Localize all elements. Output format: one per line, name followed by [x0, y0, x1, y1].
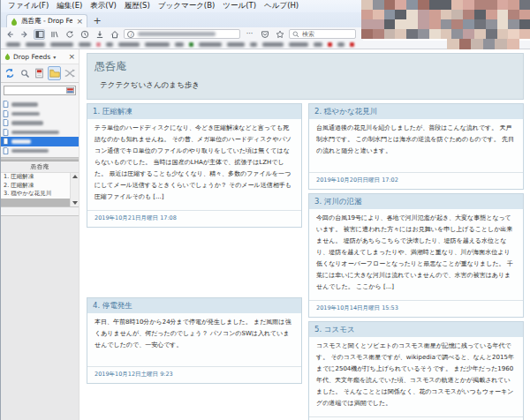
article-title[interactable]: 4. 停電発生 — [87, 298, 301, 313]
article-title[interactable]: 1. 圧縮解凍 — [87, 104, 301, 119]
drop-feeds-logo-droplet-icon — [4, 53, 11, 60]
menu-tools[interactable]: ツール(T) — [219, 0, 260, 12]
article-title[interactable]: 5. コスモス — [309, 322, 523, 337]
feed-doc-icon — [3, 101, 9, 108]
article-list[interactable]: 1. 圧縮解凍 2. 圧縮解凍 3. 穏やかな花見川 — [1, 173, 79, 207]
bookmark-item-redacted[interactable] — [262, 42, 284, 47]
library-button[interactable] — [49, 29, 60, 40]
page-actions-icon[interactable]: ··· — [244, 29, 255, 40]
article-title[interactable]: 2. 穏やかな花見川 — [309, 104, 523, 119]
menu-view[interactable]: 表示(V) — [87, 0, 119, 12]
article-body: 台風通過後の花見川を紹介しましたが、普段はこんな流れです。 天戸制水門です。 こ… — [309, 119, 523, 172]
feed-doc-icon — [3, 110, 9, 117]
scroll-down-icon[interactable] — [72, 201, 78, 205]
menu-help[interactable]: ヘルプ(H) — [261, 0, 302, 12]
bookmark-item-redacted[interactable] — [79, 42, 91, 47]
filter-icon — [66, 87, 74, 94]
pocket-icon[interactable] — [259, 29, 270, 40]
back-button[interactable] — [4, 29, 15, 40]
feed-tree-item-selected[interactable] — [1, 137, 79, 146]
cards-column-right: 2. 穏やかな花見川 台風通過後の花見川を紹介しましたが、普段はこんな流れです。… — [308, 103, 524, 420]
bookmark-item-redacted[interactable] — [199, 42, 222, 47]
url-bar[interactable]: i — [124, 29, 240, 39]
censored-mosaic-region — [361, 0, 530, 39]
drop-feeds-sidebar: Drop Feeds ▾ × — [1, 49, 80, 420]
home-button[interactable] — [109, 29, 120, 40]
bookmark-item-redacted[interactable] — [26, 42, 45, 47]
bookmark-item-redacted[interactable] — [145, 42, 170, 47]
tab-drop-feeds[interactable]: 愚呑庵 - Drop Feeds × — [6, 14, 87, 27]
article-body: テラ単位のハードディスクになり、今どき圧縮解凍などと言っても死語なのかも知れませ… — [87, 119, 301, 210]
article-card[interactable]: 4. 停電発生 本日、午前8時10分から24分まで停電が発生しました。 まだ風雨… — [87, 297, 302, 384]
bookmark-item-redacted[interactable] — [227, 42, 245, 47]
menu-file[interactable]: ファイル(F) — [4, 0, 52, 12]
feed-tree[interactable] — [1, 99, 79, 157]
download-button[interactable] — [94, 29, 105, 40]
feed-tree-item[interactable] — [1, 146, 79, 156]
bookmark-item-redacted[interactable] — [118, 42, 140, 47]
tab-bar: 愚呑庵 - Drop Feeds × + — [1, 12, 363, 27]
history-clock-button[interactable] — [79, 29, 90, 40]
bookmark-item-redacted[interactable] — [289, 42, 308, 47]
feed-tree-item[interactable] — [1, 100, 79, 109]
bookmark-item-redacted[interactable] — [250, 42, 257, 47]
article-card[interactable]: 3. 河川の氾濫 今回の台風19号により、各地で河川氾濫が起き、大変な事態となっ… — [308, 193, 524, 318]
bookmark-item-redacted[interactable] — [314, 42, 322, 47]
bookmark-star-icon[interactable] — [274, 29, 285, 40]
feeds-search-button[interactable] — [19, 66, 32, 80]
bookmark-favicon[interactable] — [328, 42, 332, 47]
forward-button[interactable] — [19, 29, 30, 40]
article-card[interactable]: 1. 圧縮解凍 テラ単位のハードディスクになり、今どき圧縮解凍などと言っても死語… — [87, 103, 302, 228]
reload-button[interactable] — [64, 29, 75, 40]
sidebar-toggle-button[interactable] — [34, 29, 45, 40]
bookmark-item-redacted[interactable] — [337, 42, 344, 47]
article-card[interactable]: 2. 穏やかな花見川 台風通過後の花見川を紹介しましたが、普段はこんな流れです。… — [308, 103, 524, 190]
bookmark-item-redacted[interactable] — [50, 42, 73, 47]
browser-window: ファイル(F) 編集(E) 表示(V) 履歴(S) ブックマーク(B) ツール(… — [0, 0, 530, 420]
article-body: 本日、午前8時10分から24分まで停電が発生しました。 まだ風雨は強くありません… — [87, 313, 301, 366]
bookmark-item-redacted[interactable] — [175, 42, 184, 47]
feed-page-title: 愚呑庵 — [95, 59, 516, 74]
feed-doc-icon — [3, 147, 9, 154]
site-info-icon[interactable]: i — [127, 31, 134, 38]
selected-feed-header: 愚呑庵 — [1, 161, 79, 173]
article-body: コスモスと聞くとソビエトのコスモス衛星が記憶に残っている年代です。 そのコスモス… — [309, 337, 523, 416]
shuffle-disabled-button[interactable] — [63, 66, 76, 80]
menu-history[interactable]: 履歴(S) — [121, 0, 154, 12]
feed-page-subtitle: テクテクぢいさんのまち歩き — [100, 80, 516, 91]
feed-page-header: 愚呑庵 テクテクぢいさんのまち歩き — [87, 53, 524, 100]
search-input[interactable] — [302, 31, 346, 38]
sidebar-header: Drop Feeds ▾ × — [1, 49, 79, 64]
feed-tree-item[interactable] — [1, 109, 79, 119]
article-title[interactable]: 3. 河川の氾濫 — [309, 194, 523, 209]
feed-tree-item[interactable] — [1, 128, 79, 138]
search-bar[interactable] — [289, 29, 356, 39]
article-date: 2019年10月14日月曜日 15:53 — [309, 300, 523, 317]
new-tab-button[interactable]: + — [90, 16, 104, 27]
article-list-scrollbar[interactable] — [70, 173, 79, 206]
mark-read-button[interactable] — [34, 66, 47, 80]
bookmark-favicon[interactable] — [350, 42, 354, 47]
bookmark-favicon[interactable] — [189, 42, 193, 47]
article-card[interactable]: 5. コスモス コスモスと聞くとソビエトのコスモス衛星が記憶に残っている年代です… — [308, 321, 524, 420]
bookmark-favicon[interactable] — [96, 42, 101, 47]
article-date: 2019年10月20日日曜日 17:02 — [309, 172, 523, 189]
feed-tree-item[interactable] — [1, 118, 79, 128]
bookmark-item-redacted[interactable] — [106, 42, 113, 47]
sidebar-close-icon[interactable]: × — [68, 52, 75, 61]
feeds-refresh-button[interactable] — [4, 66, 17, 80]
article-list-item[interactable]: 1. 圧縮解凍 — [1, 173, 79, 182]
menu-edit[interactable]: 編集(E) — [53, 0, 86, 12]
feed-filter-input[interactable] — [4, 86, 76, 95]
article-list-item[interactable]: 3. 穏やかな花見川 — [1, 190, 79, 199]
article-date: 2019年10月12日土曜日 9:23 — [87, 366, 301, 383]
article-list-item-selected-redacted[interactable] — [1, 199, 70, 207]
sidebar-dropdown-icon[interactable]: ▾ — [53, 54, 65, 60]
article-list-item[interactable]: 2. 圧縮解凍 — [1, 182, 79, 191]
bookmark-item-redacted[interactable] — [6, 42, 20, 47]
scroll-up-icon[interactable] — [72, 175, 78, 178]
tab-close-icon[interactable]: × — [76, 18, 83, 25]
folder-view-button[interactable] — [48, 66, 61, 80]
menu-bookmarks[interactable]: ブックマーク(B) — [155, 0, 218, 12]
feed-filter-section — [1, 83, 79, 99]
